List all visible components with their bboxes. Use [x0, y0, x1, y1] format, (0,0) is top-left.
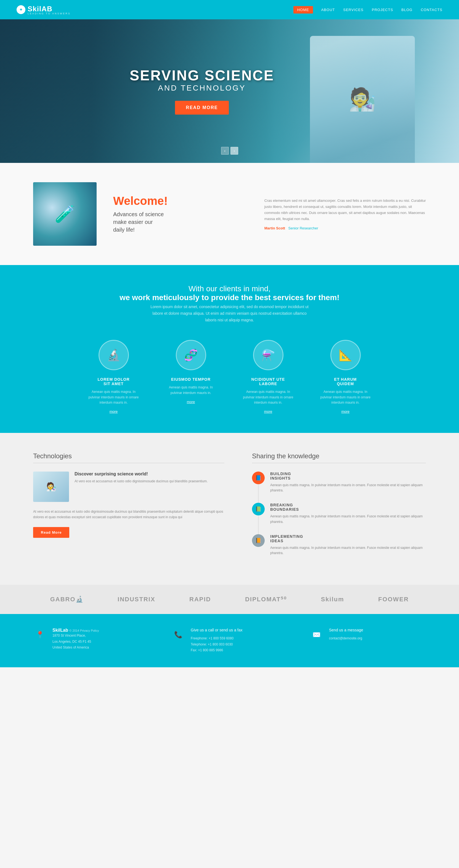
service-more-3[interactable]: more [264, 409, 272, 413]
footer-brand-row: SkilLab © 2014 Privacy Policy [53, 628, 99, 633]
footer-telephone: Telephone: +1 800 003 6030 [191, 642, 242, 648]
footer-email-link[interactable]: contact@demosite.org [329, 637, 362, 640]
service-item-3: ⚗️ NCIDIDUNT UTE LABORE Aenean quis matt… [241, 340, 296, 413]
nav-item-about[interactable]: ABOUT [321, 7, 335, 12]
footer-location-icon: 📍 [33, 628, 47, 642]
services-description: Lorem ipsum dolor sit amet, consectetur … [147, 304, 313, 323]
author-role: Senior Researcher [288, 226, 318, 230]
logo-name: SkilAB [28, 5, 53, 13]
service-item-1: 🔬 LOREM DOLOR SIT AMET Aenean quis matti… [86, 340, 141, 413]
hero-cta-button[interactable]: Read more [175, 101, 229, 115]
service-more-2[interactable]: more [187, 400, 195, 404]
nav-contacts-link[interactable]: CONTACTS [421, 8, 442, 12]
knowledge-dot-2: 📗 [252, 503, 265, 516]
scientist-figure: 🧑‍🔬 [310, 36, 415, 163]
footer-phone-detail: Freephone: +1 800 559 6080 Telephone: +1… [191, 636, 242, 653]
footer-email-icon: ✉️ [310, 628, 324, 642]
nav-home-link[interactable]: HOME [293, 6, 313, 13]
knowledge-item-1: 📘 BUILDING INSIGHTS Aenean quis mattis m… [252, 471, 426, 493]
technologies-heading: Technologies [33, 452, 224, 463]
service-name-1: LOREM DOLOR SIT AMET [98, 377, 130, 386]
service-name-4: ET HARUM QUIDEM [334, 377, 357, 386]
welcome-section: 🧪 Welcome! Advances of science make easi… [0, 163, 459, 265]
tech-card-image: 🧑‍🔬 [33, 471, 69, 502]
knowledge-desc-1: Aenean quis mattis magna. In pulvinar in… [270, 483, 426, 493]
service-more-1[interactable]: more [109, 409, 118, 413]
knowledge-heading: Sharing the knowledge [252, 452, 426, 463]
service-desc-3: Aenean quis mattis magna. In pulvinar in… [241, 389, 296, 405]
nav-item-projects[interactable]: PROJECTS [372, 7, 393, 12]
service-item-2: 🧬 EIUSMOD TEMPOR Aenean quis mattis magn… [163, 340, 219, 413]
welcome-image: 🧪 [33, 182, 97, 246]
footer-email-content: Send us a message contact@demosite.org [329, 628, 363, 642]
logo-sub: LEADING TO ANSWERS [28, 12, 71, 15]
service-name-2: EIUSMOD TEMPOR [171, 377, 210, 381]
footer-email-title: Send us a message [329, 628, 363, 632]
hero-section: 🧑‍🔬 SERVING SCIENCE AND TECHNOLOGY Read … [0, 19, 459, 163]
service-name-3: NCIDIDUNT UTE LABORE [252, 377, 285, 386]
partner-gabro: GABRO🔬 [50, 596, 84, 603]
author-name: Martin Scott [264, 226, 285, 230]
hero-scientist-area: 🧑‍🔬 [266, 19, 459, 163]
knowledge-title-1: BUILDING INSIGHTS [270, 471, 426, 480]
service-item-4: 📐 ET HARUM QUIDEM Aenean quis mattis mag… [318, 340, 373, 413]
partner-foower: FOOWER [378, 596, 409, 603]
footer-freephone: Freephone: +1 800 559 6080 [191, 636, 242, 642]
read-more-button[interactable]: Read More [33, 527, 69, 538]
service-icon-compass: 📐 [330, 340, 361, 370]
footer: 📍 SkilLab © 2014 Privacy Policy 1870 St … [0, 614, 459, 667]
logo: ✦ SkilAB LEADING TO ANSWERS [17, 5, 71, 15]
footer-email-detail: contact@demosite.org [329, 636, 363, 642]
partner-industrix: INDUSTRIX [118, 596, 155, 603]
hero-prev-btn[interactable]: ‹ [221, 147, 229, 155]
hero-navigation: ‹ › [221, 147, 238, 155]
knowledge-column: Sharing the knowledge 📘 BUILDING INSIGHT… [252, 452, 426, 565]
hero-next-btn[interactable]: › [230, 147, 238, 155]
nav-item-home[interactable]: HOME [293, 7, 313, 12]
welcome-title: Welcome! [113, 194, 248, 208]
quote-author: Martin Scott Senior Researcher [264, 226, 426, 230]
knowledge-desc-3: Aenean quis mattis magna. In pulvinar in… [270, 545, 426, 556]
footer-address-detail: 1870 St Vincent Place, Los Angeles, DC 4… [53, 633, 99, 651]
nav-projects-link[interactable]: PROJECTS [372, 8, 393, 12]
nav-about-link[interactable]: ABOUT [321, 8, 335, 12]
nav-item-services[interactable]: SERVICES [343, 7, 363, 12]
logo-text-block: SkilAB LEADING TO ANSWERS [28, 5, 71, 15]
tech-card-content: Discover surprising science world! At ve… [74, 471, 207, 502]
service-icon-flask: ⚗️ [253, 340, 284, 370]
footer-address-col: 📍 SkilLab © 2014 Privacy Policy 1870 St … [33, 628, 149, 651]
logo-icon: ✦ [17, 5, 25, 14]
technologies-column: Technologies 🧑‍🔬 Discover surprising sci… [33, 452, 224, 565]
footer-phone-icon: 📞 [171, 628, 185, 642]
services-title: With our clients in mind, we work meticu… [33, 284, 426, 302]
service-more-4[interactable]: more [341, 409, 350, 413]
nav-item-contacts[interactable]: CONTACTS [421, 7, 442, 12]
welcome-quote: Cras elementum sed mi sit amet ullamcorp… [264, 198, 426, 230]
nav-blog-link[interactable]: BLOG [401, 8, 412, 12]
nav-links: HOME ABOUT SERVICES PROJECTS BLOG CONTAC… [293, 7, 442, 12]
knowledge-dot-3: 📙 [252, 534, 265, 547]
footer-fax: Fax: +1 800 885 9986 [191, 647, 242, 653]
knowledge-title-2: BREAKING BOUNDARIES [270, 503, 426, 512]
knowledge-title-3: IMPLEMENTING IDEAS [270, 534, 426, 543]
service-icon-dna: 🧬 [176, 340, 206, 370]
tech-knowledge-section: Technologies 🧑‍🔬 Discover surprising sci… [0, 433, 459, 585]
knowledge-content-3: IMPLEMENTING IDEAS Aenean quis mattis ma… [270, 534, 426, 556]
hero-title-line2: AND TECHNOLOGY [130, 84, 274, 92]
nav-services-link[interactable]: SERVICES [343, 8, 363, 12]
nav-item-blog[interactable]: BLOG [401, 7, 412, 12]
service-desc-4: Aenean quis mattis magna. In pulvinar in… [318, 389, 373, 405]
hero-content: SERVING SCIENCE AND TECHNOLOGY Read more [130, 68, 274, 114]
footer-phone-col: 📞 Give us a call or send us a fax Freeph… [171, 628, 288, 653]
knowledge-content-1: BUILDING INSIGHTS Aenean quis mattis mag… [270, 471, 426, 493]
footer-address-content: SkilLab © 2014 Privacy Policy 1870 St Vi… [53, 628, 99, 651]
welcome-main: Welcome! Advances of science make easier… [113, 194, 248, 234]
knowledge-content-2: BREAKING BOUNDARIES Aenean quis mattis m… [270, 503, 426, 524]
tech-card-text: At vero eos et accusamus et iusto odio d… [74, 479, 207, 484]
footer-copyright: © 2014 Privacy Policy [69, 629, 99, 632]
tech-card: 🧑‍🔬 Discover surprising science world! A… [33, 471, 224, 502]
partner-diplomat: DIPLOMAT⁵⁰ [245, 596, 287, 603]
knowledge-item-2: 📗 BREAKING BOUNDARIES Aenean quis mattis… [252, 503, 426, 524]
footer-phone-content: Give us a call or send us a fax Freephon… [191, 628, 242, 653]
footer-email-col: ✉️ Send us a message contact@demosite.or… [310, 628, 426, 642]
